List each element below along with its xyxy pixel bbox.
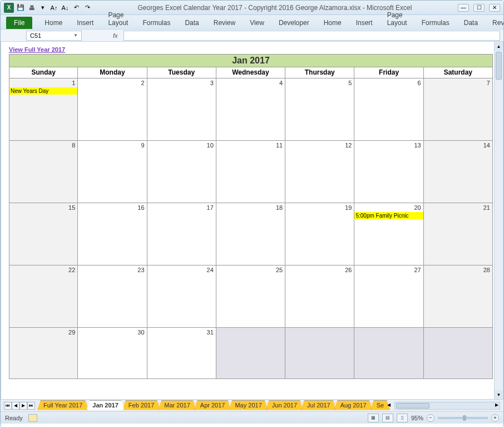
scroll-down-icon[interactable]: ▼ [495, 390, 503, 399]
calendar-cell[interactable]: 14 [424, 141, 493, 203]
ribbon-tab-page-layout[interactable]: Page Layout [106, 9, 130, 29]
calendar-cell[interactable]: 21 [424, 203, 493, 265]
day-number: 13 [414, 142, 421, 149]
calendar-cell[interactable] [285, 328, 354, 379]
calendar-cell[interactable]: 7 [424, 78, 493, 141]
ribbon-tab-insert[interactable]: Insert [354, 17, 375, 29]
ribbon-tab-data[interactable]: Data [462, 17, 480, 29]
scroll-thumb[interactable] [496, 52, 502, 80]
calendar-cell[interactable]: 17 [147, 203, 216, 265]
ribbon-tab-home[interactable]: Home [322, 17, 344, 29]
ribbon-tab-formulas[interactable]: Formulas [419, 17, 452, 29]
save-icon[interactable]: 💾 [16, 3, 25, 12]
day-number: 17 [207, 204, 214, 211]
redo-icon[interactable]: ↷ [83, 3, 92, 12]
file-tab[interactable]: File [6, 17, 32, 29]
horizontal-scrollbar[interactable]: ◀ ▶ [394, 402, 500, 410]
calendar-cell[interactable]: 6 [354, 78, 423, 141]
undo-icon[interactable]: ↶ [72, 3, 81, 12]
scroll-up-icon[interactable]: ▲ [495, 42, 503, 51]
ribbon-tab-review[interactable]: Review [490, 17, 504, 29]
week-row: 1New Years Day234567 [9, 78, 493, 141]
hscroll-right-icon[interactable]: ▶ [495, 402, 498, 407]
sheet-tab-jul-2017[interactable]: Jul 2017 [301, 400, 337, 410]
ribbon-tab-formulas[interactable]: Formulas [140, 17, 172, 29]
sort-asc-icon[interactable]: A↑ [50, 3, 58, 12]
calendar-cell[interactable]: 9 [78, 141, 147, 203]
ribbon-tab-view[interactable]: View [248, 17, 266, 29]
calendar-cell[interactable]: 13 [354, 141, 423, 203]
hscroll-left-icon[interactable]: ◀ [387, 402, 391, 407]
filter-icon[interactable]: ▾ [38, 3, 47, 12]
calendar-cell[interactable]: 15 [9, 203, 78, 265]
normal-view-icon[interactable]: ▦ [368, 414, 379, 422]
calendar-cell[interactable]: 3 [147, 78, 216, 141]
calendar-cell[interactable]: 24 [147, 265, 216, 328]
calendar-cell[interactable]: 26 [285, 265, 354, 328]
calendar-cell[interactable]: 28 [424, 265, 493, 328]
sheet-tab-jan-2017[interactable]: Jan 2017 [86, 400, 124, 410]
sheet-tab-may-2017[interactable]: May 2017 [229, 400, 268, 410]
zoom-slider[interactable] [438, 417, 488, 419]
calendar-cell[interactable] [424, 328, 493, 379]
ribbon-tab-insert[interactable]: Insert [75, 17, 96, 29]
ribbon-tab-data[interactable]: Data [182, 17, 201, 29]
calendar-cell[interactable]: 18 [216, 203, 285, 265]
calendar-event[interactable]: New Years Day [9, 87, 77, 95]
calendar-cell[interactable]: 27 [354, 265, 423, 328]
calendar-cell[interactable]: 1New Years Day [9, 78, 78, 141]
macro-icon[interactable] [28, 414, 37, 422]
sheet-first-icon[interactable]: ⏮ [4, 402, 12, 410]
zoom-in-icon[interactable]: + [491, 414, 499, 422]
calendar-event[interactable]: 5:00pm Family Picnic [354, 212, 423, 219]
calendar-cell[interactable] [216, 328, 285, 379]
sheet-next-icon[interactable]: ▶ [19, 402, 27, 410]
dayhead-wednesday: Wednesday [216, 67, 285, 78]
page-break-view-icon[interactable]: ▯ [397, 414, 408, 422]
calendar-cell[interactable] [354, 328, 423, 379]
zoom-out-icon[interactable]: − [427, 414, 434, 422]
sheet-tab-apr-2017[interactable]: Apr 2017 [194, 400, 231, 410]
maximize-button[interactable]: ☐ [473, 4, 485, 12]
vertical-scrollbar[interactable]: ▲ ▼ [494, 42, 503, 399]
name-box-dropdown-icon[interactable]: ▼ [73, 33, 78, 38]
view-full-year-link[interactable]: View Full Year 2017 [9, 46, 65, 53]
sort-desc-icon[interactable]: A↓ [61, 3, 70, 12]
calendar-cell[interactable]: 25 [216, 265, 285, 328]
calendar-cell[interactable]: 23 [78, 265, 147, 328]
calendar-cell[interactable]: 30 [78, 328, 147, 379]
calendar-cell[interactable]: 8 [9, 141, 78, 203]
calendar-cell[interactable]: 5 [285, 78, 354, 141]
calendar-cell[interactable]: 2 [78, 78, 147, 141]
calendar-cell[interactable]: 22 [9, 265, 78, 328]
calendar-cell[interactable]: 205:00pm Family Picnic [354, 203, 423, 265]
calendar-cell[interactable]: 10 [147, 141, 216, 203]
calendar-cell[interactable]: 29 [9, 328, 78, 379]
ribbon-tab-home[interactable]: Home [42, 17, 65, 29]
week-row: 293031 [9, 328, 493, 379]
ribbon-tab-page-layout[interactable]: Page Layout [385, 9, 409, 29]
ribbon-tab-developer[interactable]: Developer [276, 17, 312, 29]
sheet-tab-full-year-2017[interactable]: Full Year 2017 [37, 400, 88, 410]
sheet-last-icon[interactable]: ⏭ [27, 402, 35, 410]
ribbon-tab-review[interactable]: Review [211, 17, 238, 29]
calendar-cell[interactable]: 16 [78, 203, 147, 265]
calendar-cell[interactable]: 12 [285, 141, 354, 203]
page-layout-view-icon[interactable]: ▤ [382, 414, 393, 422]
sheet-prev-icon[interactable]: ◀ [12, 402, 19, 410]
minimize-button[interactable]: — [458, 4, 469, 12]
calendar-cell[interactable]: 19 [285, 203, 354, 265]
sheet-tab-feb-2017[interactable]: Feb 2017 [122, 400, 160, 410]
print-icon[interactable]: 🖶 [27, 3, 36, 12]
sheet-tab-mar-2017[interactable]: Mar 2017 [158, 400, 196, 410]
fx-icon[interactable]: fx [113, 32, 118, 39]
close-button[interactable]: ✕ [489, 4, 500, 12]
sheet-tab-aug-2017[interactable]: Aug 2017 [334, 400, 373, 410]
sheet-tab-jun-2017[interactable]: Jun 2017 [266, 400, 303, 410]
calendar-cell[interactable]: 31 [147, 328, 216, 379]
hscroll-thumb[interactable] [396, 403, 429, 409]
formula-input[interactable] [123, 31, 500, 41]
calendar-cell[interactable]: 11 [216, 141, 285, 203]
name-box[interactable]: C51 ▼ [26, 31, 82, 41]
calendar-cell[interactable]: 4 [216, 78, 285, 141]
